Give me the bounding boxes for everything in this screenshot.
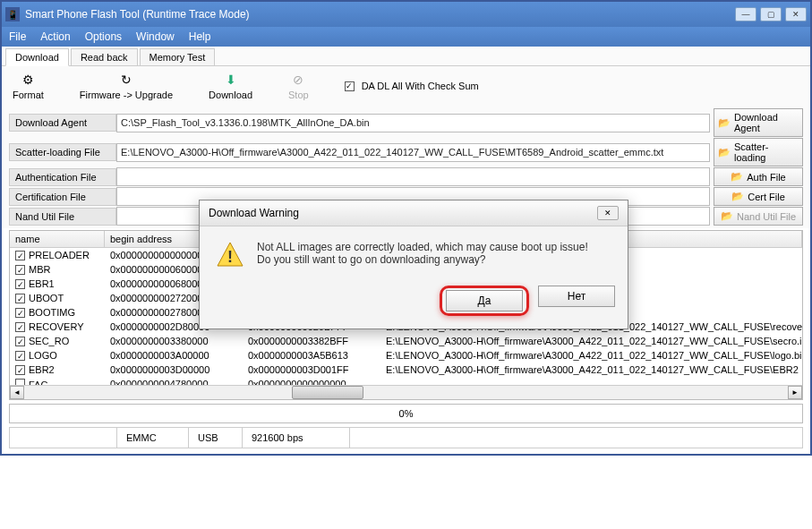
- firmware-icon: ↻: [118, 72, 134, 88]
- row-checkbox[interactable]: ✓: [15, 279, 25, 289]
- cell-name: ✓SEC_RO: [10, 335, 105, 348]
- progress-bar: 0%: [9, 404, 803, 423]
- tab-readback[interactable]: Read back: [71, 48, 138, 65]
- toolbar: ⚙ Format ↻ Firmware -> Upgrade ⬇ Downloa…: [2, 66, 810, 106]
- folder-icon: 📂: [718, 147, 731, 158]
- cell-location: E:\LENOVO_A3000-H\Off_firmware\A3000_A42…: [380, 349, 802, 362]
- status-baud: 921600 bps: [243, 428, 350, 448]
- firmware-label: Firmware -> Upgrade: [80, 90, 173, 100]
- tab-memtest[interactable]: Memory Test: [140, 48, 216, 65]
- th-name[interactable]: name: [10, 231, 105, 247]
- warning-icon: !: [216, 241, 244, 269]
- menu-action[interactable]: Action: [40, 30, 70, 43]
- da-path-field[interactable]: C:\SP_Flash_Tool_v3.1336.0.198\MTK_AllIn…: [116, 114, 710, 132]
- folder-icon: 📂: [718, 117, 731, 129]
- tab-download[interactable]: Download: [5, 48, 69, 66]
- cell-begin: 0x0000000003A00000: [105, 349, 243, 362]
- row-checkbox[interactable]: ✓: [15, 265, 25, 275]
- dialog-buttons: Да Нет: [200, 278, 628, 328]
- yes-highlight: Да: [440, 286, 529, 316]
- auth-path-field[interactable]: [116, 167, 710, 186]
- dialog-titlebar: Download Warning ✕: [200, 201, 628, 226]
- da-browse-button[interactable]: 📂Download Agent: [714, 108, 803, 137]
- row-checkbox[interactable]: ✓: [15, 294, 25, 303]
- cell-begin: 0x0000000003380000: [105, 335, 243, 347]
- cell-location: E:\LENOVO_A3000-H\Off_firmware\A3000_A42…: [380, 335, 802, 347]
- checkbox-icon: ✓: [345, 81, 355, 91]
- dialog-body: ! Not ALL images are correctly loaded, w…: [200, 226, 628, 278]
- nand-label: Nand Util File: [9, 208, 116, 226]
- table-row[interactable]: ✓EBR20x0000000003D000000x0000000003D001F…: [10, 363, 802, 377]
- row-checkbox[interactable]: ✓: [15, 251, 25, 260]
- format-label: Format: [13, 90, 44, 100]
- menu-help[interactable]: Help: [189, 30, 211, 43]
- row-checkbox[interactable]: ✓: [15, 337, 25, 346]
- minimize-button[interactable]: —: [735, 7, 756, 21]
- table-row[interactable]: ✓LOGO0x0000000003A000000x0000000003A5B61…: [10, 348, 802, 363]
- scroll-left-button[interactable]: ◄: [10, 386, 24, 399]
- cell-location: E:\LENOVO_A3000-H\Off_firmware\A3000_A42…: [380, 363, 802, 376]
- svg-text:!: !: [227, 248, 233, 266]
- cert-browse-button[interactable]: 📂Cert File: [714, 187, 803, 206]
- cell-name: ✓EBR1: [10, 277, 105, 291]
- stop-icon: ⊘: [290, 72, 306, 88]
- auth-label: Authentication File: [9, 168, 116, 186]
- cell-end: 0x0000000003382BFF: [243, 335, 380, 347]
- cell-end: 0x0000000003D001FF: [243, 363, 380, 376]
- cell-name: ✓BOOTIMG: [10, 306, 105, 320]
- scatter-browse-button[interactable]: 📂Scatter-loading: [714, 138, 803, 166]
- row-checkbox[interactable]: ✓: [15, 308, 25, 318]
- cell-name: ✓EBR2: [10, 363, 105, 377]
- close-button[interactable]: ✕: [785, 7, 807, 21]
- row-checkbox[interactable]: ✓: [15, 351, 25, 361]
- maximize-button[interactable]: ▢: [760, 7, 782, 21]
- row-checkbox[interactable]: ✓: [15, 322, 25, 332]
- folder-icon: 📂: [721, 210, 733, 222]
- nand-browse-button: 📂Nand Util File: [714, 207, 803, 226]
- scroll-track[interactable]: [24, 386, 788, 399]
- dialog-title: Download Warning: [209, 207, 299, 219]
- dialog-close-button[interactable]: ✕: [597, 206, 619, 220]
- menubar: File Action Options Window Help: [2, 27, 810, 47]
- cert-label: Certification File: [9, 188, 116, 206]
- cell-name: ✓MBR: [10, 263, 105, 277]
- auth-browse-button[interactable]: 📂Auth File: [714, 167, 803, 186]
- stop-button[interactable]: ⊘ Stop: [288, 72, 309, 100]
- menu-file[interactable]: File: [9, 30, 26, 43]
- status-emmc: EMMC: [117, 428, 189, 448]
- format-icon: ⚙: [20, 72, 36, 88]
- menu-window[interactable]: Window: [136, 30, 175, 43]
- folder-icon: 📂: [731, 171, 743, 183]
- download-button[interactable]: ⬇ Download: [209, 72, 252, 100]
- window-title: Smart Phone Flash Tool (Runtime Trace Mo…: [25, 8, 735, 21]
- scatter-label: Scatter-loading File: [9, 143, 116, 161]
- cell-name: ✓RECOVERY: [10, 320, 105, 334]
- scroll-thumb[interactable]: [292, 386, 363, 399]
- cell-name: ✓LOGO: [10, 349, 105, 363]
- folder-icon: 📂: [731, 191, 744, 202]
- dialog-message: Not ALL images are correctly loaded, whi…: [257, 241, 588, 266]
- row-checkbox[interactable]: ✓: [15, 365, 25, 375]
- status-usb: USB: [189, 428, 243, 448]
- status-cell-1: [10, 428, 117, 448]
- download-warning-dialog: Download Warning ✕ ! Not ALL images are …: [199, 200, 628, 329]
- table-row[interactable]: ✓SEC_RO0x00000000033800000x0000000003382…: [10, 334, 802, 348]
- download-icon: ⬇: [223, 72, 239, 88]
- cell-end: 0x0000000003A5B613: [243, 349, 380, 362]
- no-button[interactable]: Нет: [538, 286, 615, 307]
- scatter-path-field[interactable]: E:\LENOVO_A3000-H\Off_firmware\A3000_A42…: [116, 143, 710, 162]
- status-bar: EMMC USB 921600 bps: [9, 427, 803, 448]
- dialog-line2: Do you still want to go on downloading a…: [257, 253, 588, 266]
- firmware-upgrade-button[interactable]: ↻ Firmware -> Upgrade: [80, 72, 173, 100]
- h-scrollbar[interactable]: ◄ ►: [10, 385, 802, 399]
- titlebar: 📱 Smart Phone Flash Tool (Runtime Trace …: [2, 2, 810, 27]
- tabbar: Download Read back Memory Test: [2, 47, 810, 66]
- menu-options[interactable]: Options: [85, 30, 122, 43]
- da-dl-checksum-checkbox[interactable]: ✓ DA DL All With Check Sum: [345, 81, 479, 91]
- progress-text: 0%: [399, 408, 414, 419]
- download-label: Download: [209, 90, 252, 100]
- format-button[interactable]: ⚙ Format: [13, 72, 44, 100]
- yes-button[interactable]: Да: [446, 290, 523, 311]
- scroll-right-button[interactable]: ►: [788, 386, 802, 399]
- checkbox-label: DA DL All With Check Sum: [362, 81, 479, 91]
